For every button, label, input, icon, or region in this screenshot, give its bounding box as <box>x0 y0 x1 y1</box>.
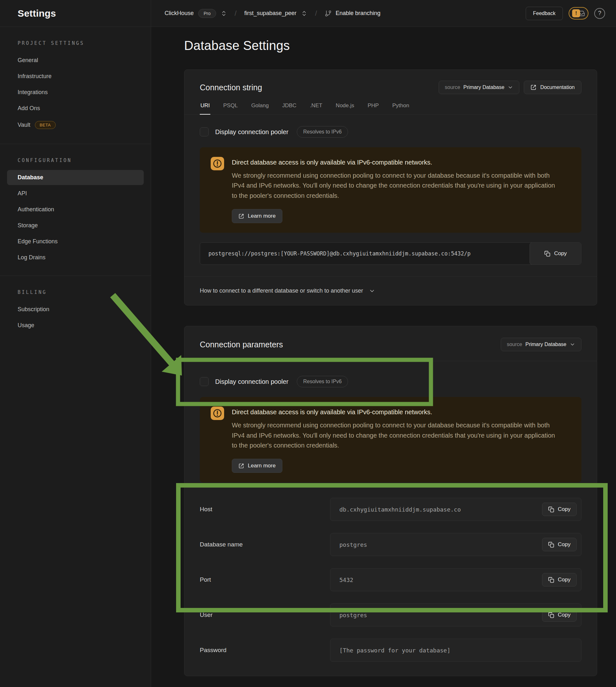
external-link-icon <box>239 463 244 469</box>
resolves-ipv6-badge: Resolves to IPv6 <box>297 126 348 138</box>
learn-more-button[interactable]: Learn more <box>232 209 282 223</box>
sidebar-item-add-ons[interactable]: Add Ons <box>7 101 144 116</box>
copy-label: Copy <box>554 250 567 257</box>
enable-branching-label: Enable branching <box>335 10 380 17</box>
sidebar-item-database[interactable]: Database <box>7 170 144 185</box>
tab-golang[interactable]: Golang <box>251 103 269 115</box>
help-button[interactable]: ? <box>594 8 605 19</box>
feedback-button[interactable]: Feedback <box>526 7 563 20</box>
top-bar: Settings ClickHouse Pro / first_supabase… <box>0 0 616 27</box>
port-field[interactable]: 5432 Copy <box>330 568 581 591</box>
connection-parameter-fields: Host db.cxhygiuitamxhniiddjm.supabase.co… <box>200 483 581 676</box>
host-field[interactable]: db.cxhygiuitamxhniiddjm.supabase.co Copy <box>330 498 581 521</box>
breadcrumb-org[interactable]: ClickHouse <box>164 10 194 17</box>
copy-port-button[interactable]: Copy <box>542 573 577 586</box>
connection-uri-box: postgresql://postgres:[YOUR-PASSWORD]@db… <box>200 242 581 265</box>
warning-icon <box>211 157 224 223</box>
sidebar-item-edge-functions[interactable]: Edge Functions <box>7 234 144 249</box>
sidebar-section: BILLING Subscription Usage <box>0 275 151 344</box>
notifications-button[interactable]: ! <box>569 7 589 20</box>
sidebar-section-heading: CONFIGURATION <box>7 156 144 169</box>
git-branch-icon <box>325 10 332 17</box>
display-connection-pooler-checkbox[interactable] <box>200 377 209 386</box>
warning-title: Direct database access is only available… <box>232 159 557 166</box>
learn-more-label: Learn more <box>248 463 276 469</box>
connection-parameters-card: Connection parameters source Primary Dat… <box>184 326 597 676</box>
field-row-host: Host db.cxhygiuitamxhniiddjm.supabase.co… <box>200 498 581 521</box>
sidebar-item-usage[interactable]: Usage <box>7 318 144 333</box>
password-field[interactable]: [The password for your database] <box>330 639 581 662</box>
sidebar-item-integrations[interactable]: Integrations <box>7 85 144 100</box>
sidebar-item-vault[interactable]: Vault BETA <box>7 117 144 133</box>
documentation-button[interactable]: Documentation <box>524 81 581 94</box>
sidebar-item-api[interactable]: API <box>7 186 144 201</box>
tab-jdbc[interactable]: JDBC <box>281 103 297 115</box>
copy-label: Copy <box>558 577 571 583</box>
pooler-row: Display connection pooler Resolves to IP… <box>200 126 581 138</box>
external-link-icon <box>530 85 536 90</box>
sidebar-item-label: Infrastructure <box>18 73 51 80</box>
connection-string-title: Connection string <box>200 83 262 92</box>
user-field[interactable]: postgres Copy <box>330 603 581 626</box>
copy-label: Copy <box>558 612 571 618</box>
sidebar-item-label: Subscription <box>18 306 49 313</box>
tab-uri[interactable]: URI <box>200 103 210 115</box>
source-label: source <box>507 341 522 347</box>
sidebar-item-label: Storage <box>18 222 38 229</box>
tab-python[interactable]: Python <box>392 103 410 115</box>
alert-badge-icon: ! <box>572 9 580 17</box>
sidebar-item-label: Database <box>18 174 43 181</box>
chevron-down-icon <box>369 288 375 294</box>
source-label: source <box>445 85 460 90</box>
sidebar-items: General Infrastructure Integrations Add … <box>7 53 144 133</box>
field-value: db.cxhygiuitamxhniiddjm.supabase.co <box>339 506 461 513</box>
external-link-icon <box>239 214 244 219</box>
connect-help-label: How to connect to a different database o… <box>200 287 363 294</box>
warning-body: We strongly recommend using connection p… <box>232 420 557 450</box>
warning-title: Direct database access is only available… <box>232 408 557 416</box>
field-label: Port <box>200 576 330 583</box>
field-label: Host <box>200 506 330 513</box>
copy-icon <box>548 612 554 618</box>
breadcrumb-project[interactable]: first_supabase_peer <box>244 10 296 17</box>
sidebar-item-storage[interactable]: Storage <box>7 218 144 233</box>
copy-uri-button[interactable]: Copy <box>530 242 581 265</box>
tab-net[interactable]: .NET <box>309 103 323 115</box>
tab-psql[interactable]: PSQL <box>222 103 238 115</box>
field-label: Password <box>200 647 330 654</box>
field-label: Database name <box>200 541 330 548</box>
enable-branching-button[interactable]: Enable branching <box>325 10 380 17</box>
sidebar-item-log-drains[interactable]: Log Drains <box>7 250 144 265</box>
sidebar-item-label: Integrations <box>18 89 48 96</box>
tab-node-js[interactable]: Node.js <box>335 103 355 115</box>
warning-icon <box>211 406 224 473</box>
source-select[interactable]: source Primary Database <box>501 338 581 351</box>
sidebar-item-authentication[interactable]: Authentication <box>7 202 144 217</box>
learn-more-button[interactable]: Learn more <box>232 459 282 473</box>
chevron-down-icon <box>507 85 513 90</box>
copy-database-name-button[interactable]: Copy <box>542 538 577 551</box>
org-switcher-icon[interactable] <box>221 10 227 17</box>
copy-icon <box>548 577 554 583</box>
database-name-field[interactable]: postgres Copy <box>330 533 581 556</box>
ipv6-warning-callout: Direct database access is only available… <box>200 397 581 483</box>
copy-user-button[interactable]: Copy <box>542 608 577 622</box>
sidebar-item-subscription[interactable]: Subscription <box>7 302 144 317</box>
sidebar-item-general[interactable]: General <box>7 53 144 68</box>
sidebar-items: Subscription Usage <box>7 302 144 333</box>
copy-host-button[interactable]: Copy <box>542 503 577 516</box>
field-row-port: Port 5432 Copy <box>200 568 581 591</box>
source-value: Primary Database <box>525 341 566 347</box>
sidebar-section-heading: PROJECT SETTINGS <box>7 39 144 52</box>
field-value: 5432 <box>339 577 353 583</box>
source-select[interactable]: source Primary Database <box>439 81 519 94</box>
project-switcher-icon[interactable] <box>301 10 307 17</box>
sidebar-item-label: Log Drains <box>18 254 45 261</box>
sidebar-item-infrastructure[interactable]: Infrastructure <box>7 69 144 84</box>
field-value: postgres <box>339 541 367 548</box>
display-connection-pooler-checkbox[interactable] <box>200 127 209 136</box>
connect-help-expander[interactable]: How to connect to a different database o… <box>184 276 597 305</box>
tab-php[interactable]: PHP <box>367 103 379 115</box>
field-value: [The password for your database] <box>339 647 450 654</box>
settings-title: Settings <box>18 8 56 19</box>
